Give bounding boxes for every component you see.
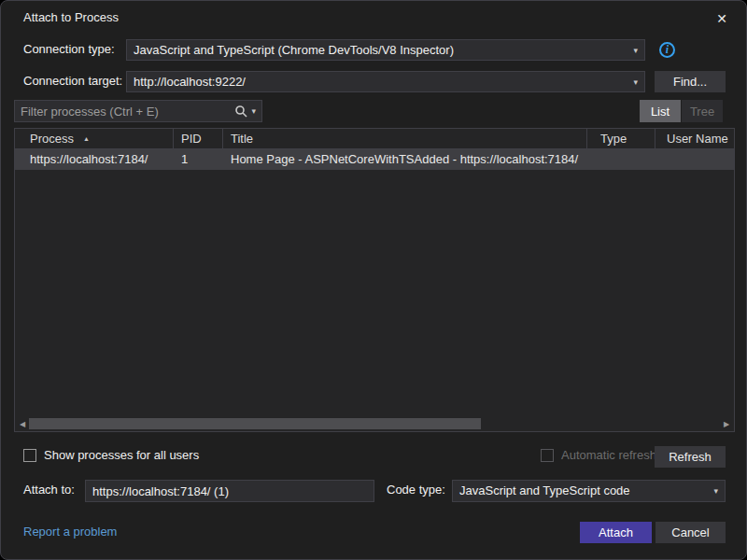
auto-refresh-label: Automatic refresh [561,448,656,462]
filter-processes-input[interactable] [15,101,234,121]
column-header-title[interactable]: Title [223,129,587,149]
horizontal-scrollbar[interactable]: ◀ ▶ [16,417,733,430]
cell-pid: 1 [181,149,222,170]
code-type-label: Code type: [387,480,445,500]
attach-button[interactable]: Attach [580,522,652,543]
scroll-right-icon[interactable]: ▶ [720,417,733,430]
column-header-pid[interactable]: PID [174,129,223,149]
chevron-down-icon: ▾ [633,40,638,60]
attach-to-label: Attach to: [23,480,75,500]
column-header-title-label: Title [231,132,253,146]
show-all-users-label: Show processes for all users [44,448,199,462]
dialog-title: Attach to Process [23,10,119,24]
search-icon [234,105,251,118]
search-options-caret-icon[interactable]: ▾ [251,106,261,116]
find-button[interactable]: Find... [655,71,726,92]
report-a-problem-link[interactable]: Report a problem [23,525,117,539]
attach-to-field-wrap [85,480,374,502]
connection-target-combobox[interactable]: ▾ [126,71,645,92]
attach-button-label: Attach [599,525,633,539]
close-button[interactable]: ✕ [707,7,737,31]
chevron-down-icon: ▾ [713,481,718,501]
auto-refresh-checkbox [541,449,554,462]
scrollbar-track[interactable] [29,417,720,430]
connection-target-input[interactable] [127,72,644,91]
column-header-pid-label: PID [181,132,202,146]
auto-refresh-option: Automatic refresh [541,448,656,462]
refresh-button-label: Refresh [669,450,712,464]
show-all-users-option[interactable]: Show processes for all users [23,448,199,462]
view-tree-button[interactable]: Tree [682,100,723,122]
connection-type-label: Connection type: [23,39,115,60]
scrollbar-thumb[interactable] [29,418,481,429]
chevron-down-icon: ▾ [633,72,638,91]
cell-process: https://localhost:7184/ [30,149,172,170]
refresh-button[interactable]: Refresh [655,446,726,468]
find-button-label: Find... [673,75,707,89]
column-header-type[interactable]: Type [587,129,655,149]
column-header-process-label: Process [30,132,74,146]
view-list-button[interactable]: List [640,100,681,122]
attach-to-input[interactable] [86,481,374,501]
show-all-users-checkbox[interactable] [23,449,36,462]
code-type-value: JavaScript and TypeScript code [459,483,630,497]
view-list-label: List [651,105,669,119]
column-header-type-label: Type [600,132,627,146]
sort-ascending-icon: ▲ [83,135,90,142]
code-type-dropdown[interactable]: JavaScript and TypeScript code ▾ [452,480,726,502]
connection-type-dropdown[interactable]: JavaScript and TypeScript (Chrome DevToo… [126,39,645,61]
column-header-process[interactable]: Process▲ [15,129,174,149]
table-row[interactable]: https://localhost:7184/ 1 Home Page - AS… [15,149,734,170]
view-tree-label: Tree [690,105,714,119]
attach-to-process-dialog: Attach to Process ✕ Connection type: Jav… [0,0,747,560]
scroll-left-icon[interactable]: ◀ [16,417,29,430]
filter-processes-box[interactable]: ▾ [14,100,262,122]
process-table-header: Process▲ PID Title Type User Name [15,129,734,149]
cell-title: Home Page - ASPNetCoreWithTSAdded - http… [231,149,585,170]
cell-username [667,149,734,170]
connection-type-value: JavaScript and TypeScript (Chrome DevToo… [134,43,454,57]
connection-target-label: Connection target: [23,71,122,91]
column-header-username[interactable]: User Name [655,129,735,149]
column-header-username-label: User Name [667,132,728,146]
close-icon: ✕ [716,11,727,26]
process-table: Process▲ PID Title Type User Name https:… [14,128,735,432]
info-icon[interactable]: i [659,42,675,58]
cancel-button[interactable]: Cancel [655,522,726,543]
cancel-button-label: Cancel [671,525,709,539]
cell-type [600,149,655,170]
